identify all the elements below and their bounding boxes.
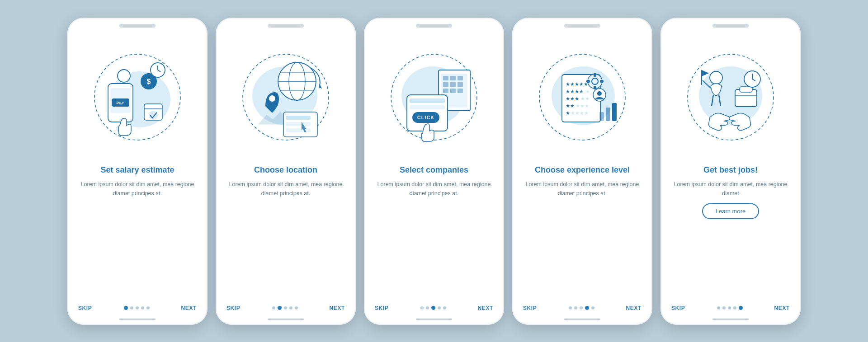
nav-dot-4-2[interactable]	[580, 306, 583, 309]
screen-content-3: Select companies Lorem ipsum dolor sit d…	[364, 165, 504, 300]
nav-dots-1	[124, 306, 150, 310]
phone-screen-5: Get best jobs! Lorem ipsum dolor sit dim…	[660, 18, 801, 325]
nav-dots-2	[272, 306, 298, 310]
nav-dot-4-0[interactable]	[569, 306, 572, 309]
next-button-1[interactable]: NEXT	[181, 305, 197, 311]
nav-dot-3-0[interactable]	[420, 306, 424, 309]
nav-dot-3-1[interactable]	[426, 306, 429, 309]
svg-rect-67	[599, 112, 604, 121]
nav-dot-3-2[interactable]	[431, 306, 435, 310]
phone-bottom-bar-1	[119, 319, 156, 320]
screen-title-1: Set salary estimate	[100, 165, 174, 175]
svg-rect-27	[286, 122, 311, 126]
nav-dot-5-2[interactable]	[728, 306, 731, 309]
screen-content-1: Set salary estimate Lorem ipsum dolor si…	[67, 165, 208, 300]
nav-dot-5-1[interactable]	[722, 306, 726, 309]
next-button-3[interactable]: NEXT	[478, 305, 493, 311]
screens-container: PAY $ Set salary estimate	[67, 18, 801, 325]
screen-content-2: Choose location Lorem ipsum dolor sit di…	[216, 165, 356, 300]
illustration-companies: CLICK	[364, 34, 504, 165]
screen-content-5: Get best jobs! Lorem ipsum dolor sit dim…	[660, 165, 801, 300]
nav-dot-1-4[interactable]	[146, 306, 150, 309]
nav-dot-5-0[interactable]	[717, 306, 720, 309]
phone-screen-1: PAY $ Set salary estimate	[67, 18, 208, 325]
svg-point-8	[118, 70, 130, 82]
screen-title-3: Select companies	[400, 165, 468, 175]
screen-body-1: Lorem ipsum dolor sit dim amet, mea regi…	[80, 180, 195, 198]
next-button-2[interactable]: NEXT	[330, 305, 345, 311]
skip-button-1[interactable]: SKIP	[78, 305, 92, 311]
svg-rect-38	[458, 82, 463, 87]
svg-rect-41	[458, 89, 463, 93]
svg-text:★★★★: ★★★★	[571, 110, 589, 116]
phone-notch-5	[712, 24, 749, 28]
svg-rect-61	[594, 73, 596, 77]
svg-rect-44	[410, 105, 445, 109]
nav-dot-1-1[interactable]	[130, 306, 133, 309]
svg-rect-39	[443, 89, 448, 93]
phone-top-bar-3	[364, 18, 504, 34]
nav-dot-1-3[interactable]	[141, 306, 144, 309]
svg-rect-37	[450, 82, 456, 87]
nav-dot-4-3[interactable]	[585, 306, 589, 310]
illustration-salary: PAY $	[67, 34, 208, 165]
nav-dot-2-3[interactable]	[289, 306, 292, 309]
svg-text:★: ★	[566, 110, 570, 116]
phone-notch-4	[564, 24, 600, 28]
svg-text:★: ★	[585, 89, 590, 94]
nav-dot-5-3[interactable]	[733, 306, 736, 309]
nav-dot-2-4[interactable]	[295, 306, 298, 309]
skip-button-5[interactable]: SKIP	[671, 305, 685, 311]
skip-button-3[interactable]: SKIP	[375, 305, 388, 311]
screen-nav-1: SKIP NEXT	[67, 300, 208, 319]
illustration-experience: ★★★★★ ★★★★ ★ ★★★ ★★ ★★ ★★★ ★ ★★★★	[512, 34, 652, 165]
screen-nav-4: SKIP NEXT	[512, 300, 652, 319]
svg-rect-63	[586, 80, 590, 83]
svg-rect-26	[286, 116, 311, 120]
phone-screen-3: CLICK Select companies Lorem ipsum dolor…	[364, 18, 504, 325]
svg-rect-69	[612, 103, 617, 121]
nav-dot-2-0[interactable]	[272, 306, 275, 309]
nav-dot-3-4[interactable]	[443, 306, 446, 309]
screen-nav-3: SKIP NEXT	[364, 300, 504, 319]
svg-text:★★★★★: ★★★★★	[566, 81, 588, 87]
svg-marker-23	[318, 85, 322, 89]
next-button-5[interactable]: NEXT	[774, 305, 790, 311]
nav-dots-4	[569, 306, 594, 310]
phone-screen-2: Choose location Lorem ipsum dolor sit di…	[216, 18, 356, 325]
svg-text:★★★: ★★★	[566, 96, 579, 101]
nav-dot-4-1[interactable]	[574, 306, 577, 309]
screen-nav-2: SKIP NEXT	[216, 300, 356, 319]
skip-button-2[interactable]: SKIP	[226, 305, 240, 311]
svg-rect-34	[450, 76, 456, 80]
phone-screen-4: ★★★★★ ★★★★ ★ ★★★ ★★ ★★ ★★★ ★ ★★★★	[512, 18, 652, 325]
svg-rect-35	[458, 76, 463, 80]
nav-dot-4-4[interactable]	[591, 306, 594, 309]
nav-dot-2-2[interactable]	[284, 306, 287, 309]
svg-text:★★★: ★★★	[576, 103, 589, 108]
illustration-jobs	[660, 34, 801, 165]
skip-button-4[interactable]: SKIP	[523, 305, 537, 311]
nav-dots-3	[420, 306, 446, 310]
screen-body-5: Lorem ipsum dolor sit dim amet, mea regi…	[673, 180, 788, 198]
screen-body-3: Lorem ipsum dolor sit dim amet, mea regi…	[377, 180, 491, 198]
nav-dots-5	[717, 306, 743, 310]
screen-title-2: Choose location	[254, 165, 317, 175]
svg-point-66	[597, 91, 602, 96]
learn-more-button[interactable]: Learn more	[702, 203, 759, 219]
svg-rect-40	[450, 89, 456, 93]
phone-notch-2	[268, 24, 304, 28]
nav-dot-3-3[interactable]	[438, 306, 441, 309]
svg-text:PAY: PAY	[116, 101, 124, 105]
screen-title-4: Choose experience level	[535, 165, 630, 175]
phone-notch-3	[416, 24, 452, 28]
svg-text:CLICK: CLICK	[417, 115, 435, 120]
next-button-4[interactable]: NEXT	[626, 305, 642, 311]
svg-rect-36	[443, 82, 448, 87]
screen-body-2: Lorem ipsum dolor sit dim amet, mea regi…	[228, 180, 343, 198]
nav-dot-2-1[interactable]	[278, 306, 282, 310]
phone-top-bar-2	[216, 18, 356, 34]
nav-dot-1-2[interactable]	[136, 306, 139, 309]
nav-dot-1-0[interactable]	[124, 306, 128, 310]
nav-dot-5-4[interactable]	[739, 306, 743, 310]
